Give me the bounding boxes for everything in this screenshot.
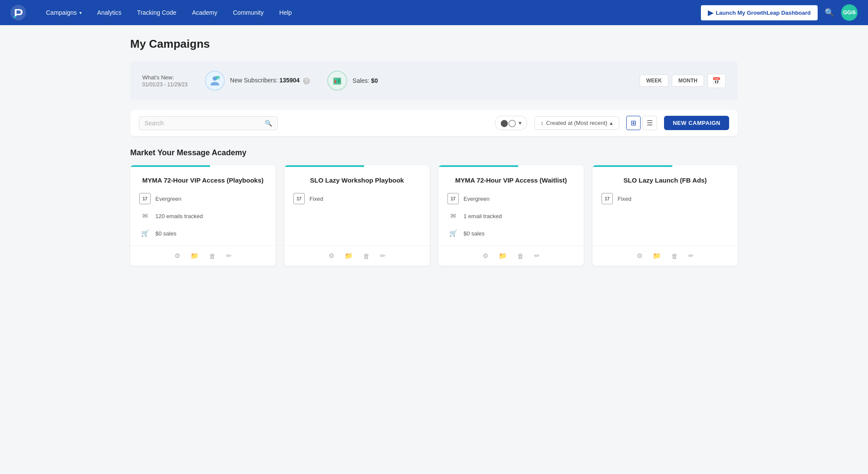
- subscriber-icon: +: [205, 71, 225, 91]
- week-button[interactable]: WEEK: [640, 75, 668, 87]
- card-title: SLO Lazy Workshop Playbook: [293, 176, 421, 185]
- svg-point-0: [10, 5, 26, 20]
- card-settings-button[interactable]: ⚙: [481, 250, 490, 262]
- card-footer: ⚙ 📁 🗑 ✏: [130, 245, 276, 266]
- card-edit-button[interactable]: ✏: [378, 250, 388, 262]
- main-content: My Campaigns What's New: 01/01/23 - 11/2…: [117, 25, 751, 278]
- card-delete-button[interactable]: 🗑: [362, 251, 372, 262]
- card-schedule: Evergreen: [447, 193, 575, 205]
- stats-sales: Sales: $0: [327, 71, 378, 91]
- campaign-card: MYMA 72-Hour VIP Access (Playbooks) Ever…: [130, 165, 276, 266]
- campaign-card: MYMA 72-Hour VIP Access (Waitlist) Everg…: [438, 165, 584, 266]
- search-icon: 🔍: [265, 120, 272, 127]
- campaign-grid: MYMA 72-Hour VIP Access (Playbooks) Ever…: [130, 165, 738, 266]
- nav-item-campaigns[interactable]: Campaigns ▾: [38, 0, 89, 25]
- grid-view-button[interactable]: ⊞: [626, 116, 641, 130]
- calendar-button[interactable]: 📅: [707, 74, 726, 88]
- card-schedule: Fixed: [601, 193, 729, 205]
- list-view-button[interactable]: ☰: [642, 116, 657, 130]
- svg-text:+: +: [217, 76, 219, 80]
- card-edit-button[interactable]: ✏: [687, 250, 696, 262]
- new-campaign-button[interactable]: NEW CAMPAIGN: [664, 116, 729, 130]
- card-footer: ⚙ 📁 🗑 ✏: [438, 245, 584, 266]
- card-edit-button[interactable]: ✏: [224, 250, 233, 262]
- card-schedule: Fixed: [293, 193, 421, 205]
- view-toggle: ⊞ ☰: [626, 116, 657, 130]
- section-title: Market Your Message Academy: [130, 148, 738, 157]
- card-footer: ⚙ 📁 🗑 ✏: [592, 245, 738, 266]
- campaign-card: SLO Lazy Launch (FB Ads) Fixed ⚙ 📁 🗑 ✏: [592, 165, 738, 266]
- card-folder-button[interactable]: 📁: [189, 250, 201, 262]
- card-title: MYMA 72-Hour VIP Access (Waitlist): [447, 176, 575, 185]
- nav-links: Campaigns ▾ Analytics Tracking Code Acad…: [38, 0, 701, 25]
- chevron-down-icon: ▾: [519, 120, 522, 126]
- card-folder-button[interactable]: 📁: [497, 250, 509, 262]
- card-schedule: Evergreen: [139, 193, 267, 205]
- svg-point-1: [14, 16, 16, 18]
- calendar-icon: [601, 193, 613, 205]
- sales-icon: [327, 71, 347, 91]
- nav-item-academy[interactable]: Academy: [184, 0, 225, 25]
- toolbar: 🔍 ⬤◯ ▾ ↕ Created at (Most recent) ▴ ⊞ ☰ …: [130, 110, 738, 136]
- envelope-icon: ✉: [139, 210, 151, 222]
- svg-rect-7: [336, 79, 338, 83]
- navbar: Campaigns ▾ Analytics Tracking Code Acad…: [0, 0, 868, 25]
- card-folder-button[interactable]: 📁: [651, 250, 663, 262]
- navbar-right: ▶ Launch My GrowthLeap Dashboard 🔍 GG/6: [701, 4, 858, 21]
- card-emails: ✉ 1 email tracked: [447, 210, 575, 222]
- filter-toggle-button[interactable]: ⬤◯ ▾: [495, 116, 527, 130]
- launch-dashboard-button[interactable]: ▶ Launch My GrowthLeap Dashboard: [701, 5, 818, 20]
- card-settings-button[interactable]: ⚙: [173, 250, 182, 262]
- card-meta: Fixed: [293, 193, 421, 205]
- toggle-icon: ⬤◯: [500, 119, 516, 127]
- card-meta: Fixed: [601, 193, 729, 205]
- card-footer: ⚙ 📁 🗑 ✏: [284, 245, 430, 266]
- cart-icon: 🛒: [447, 227, 459, 239]
- page-title: My Campaigns: [130, 37, 738, 51]
- chevron-down-icon: ▾: [79, 10, 82, 15]
- card-settings-button[interactable]: ⚙: [327, 250, 336, 262]
- calendar-icon: [447, 193, 459, 205]
- calendar-icon: [139, 193, 151, 205]
- card-delete-button[interactable]: 🗑: [516, 251, 526, 262]
- month-button[interactable]: MONTH: [672, 75, 704, 87]
- user-avatar-badge[interactable]: GG/6: [841, 4, 858, 21]
- stats-bar: What's New: 01/01/23 - 11/29/23 + New Su…: [130, 61, 738, 100]
- search-input[interactable]: [145, 120, 261, 127]
- logo[interactable]: [10, 5, 26, 20]
- subscribers-info-icon[interactable]: ?: [303, 78, 310, 85]
- card-title: MYMA 72-Hour VIP Access (Playbooks): [139, 176, 267, 185]
- card-delete-button[interactable]: 🗑: [207, 251, 217, 262]
- card-meta: Evergreen ✉ 120 emails tracked 🛒 $0 sale…: [139, 193, 267, 239]
- sort-button[interactable]: ↕ Created at (Most recent) ▴: [534, 116, 619, 130]
- card-body: SLO Lazy Workshop Playbook Fixed: [284, 167, 430, 245]
- campaign-card: SLO Lazy Workshop Playbook Fixed ⚙ 📁 🗑 ✏: [284, 165, 430, 266]
- card-sales: 🛒 $0 sales: [139, 227, 267, 239]
- card-meta: Evergreen ✉ 1 email tracked 🛒 $0 sales: [447, 193, 575, 239]
- card-edit-button[interactable]: ✏: [533, 250, 542, 262]
- card-body: SLO Lazy Launch (FB Ads) Fixed: [592, 167, 738, 245]
- chevron-up-icon: ▴: [610, 120, 613, 126]
- nav-item-analytics[interactable]: Analytics: [89, 0, 129, 25]
- envelope-icon: ✉: [447, 210, 459, 222]
- stats-date-range: What's New: 01/01/23 - 11/29/23: [142, 74, 187, 88]
- stats-controls: WEEK MONTH 📅: [640, 74, 726, 88]
- svg-rect-8: [338, 79, 340, 83]
- card-settings-button[interactable]: ⚙: [635, 250, 644, 262]
- stats-subscribers: + New Subscribers: 135904 ?: [205, 71, 310, 91]
- card-title: SLO Lazy Launch (FB Ads): [601, 176, 729, 185]
- sort-icon: ↕: [541, 120, 544, 126]
- nav-search-button[interactable]: 🔍: [823, 6, 836, 19]
- nav-item-help[interactable]: Help: [272, 0, 300, 25]
- cart-icon: 🛒: [139, 227, 151, 239]
- card-delete-button[interactable]: 🗑: [670, 251, 680, 262]
- svg-rect-6: [335, 80, 336, 83]
- card-body: MYMA 72-Hour VIP Access (Waitlist) Everg…: [438, 167, 584, 245]
- calendar-icon: [293, 193, 305, 205]
- card-emails: ✉ 120 emails tracked: [139, 210, 267, 222]
- card-body: MYMA 72-Hour VIP Access (Playbooks) Ever…: [130, 167, 276, 245]
- nav-item-community[interactable]: Community: [225, 0, 272, 25]
- card-folder-button[interactable]: 📁: [343, 250, 355, 262]
- card-sales: 🛒 $0 sales: [447, 227, 575, 239]
- nav-item-tracking-code[interactable]: Tracking Code: [129, 0, 184, 25]
